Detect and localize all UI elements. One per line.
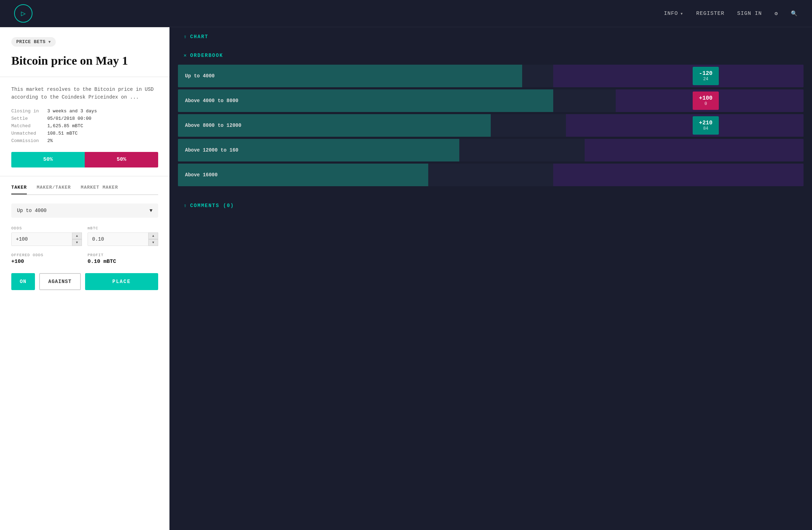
mbtc-label: mBTC	[88, 226, 158, 230]
unmatched-label: Unmatched	[11, 131, 39, 136]
outcome-select-row: Up to 4000 ▼	[11, 204, 158, 218]
order-badge-wrap: +1000	[693, 92, 719, 110]
logo-icon: ▷	[21, 9, 25, 18]
profit-group: PROFIT 0.10 mBTC	[88, 253, 158, 265]
market-header: PRICE BETS ▼ Bitcoin price on May 1	[0, 27, 169, 77]
comments-toggle-icon: ⇧	[184, 202, 186, 208]
order-badge-wrap: -12024	[693, 67, 719, 85]
market-title: Bitcoin price on May 1	[11, 54, 158, 68]
mbtc-input[interactable]	[88, 232, 158, 246]
order-label: Up to 4000	[178, 73, 277, 79]
market-info-section: This market resolves to the Bitcoin pric…	[0, 77, 169, 176]
offered-odds-group: OFFERED ODDS +100	[11, 253, 82, 265]
order-badge[interactable]: +1000	[693, 92, 719, 110]
matched-value: 1,625.85 mBTC	[47, 123, 158, 129]
progress-yes: 50%	[11, 152, 85, 167]
mbtc-input-wrap: ▲ ▼	[88, 232, 158, 246]
comments-section-title: COMMENTS (0)	[190, 203, 234, 208]
odds-label: ODDS	[11, 226, 82, 230]
matched-label: Matched	[11, 123, 39, 129]
action-row: ON AGAINST PLACE	[11, 273, 158, 290]
orderbook-toggle-icon: ✕	[184, 52, 186, 58]
orderbook-section-title: ORDERBOOK	[190, 53, 223, 58]
settle-value: 05/01/2018 00:00	[47, 116, 158, 121]
logo[interactable]: ▷	[14, 4, 32, 23]
navbar: ▷ INFO ▾ REGISTER SIGN IN ⚙ 🔍	[0, 0, 812, 27]
comments-section-header[interactable]: ⇧ COMMENTS (0)	[169, 197, 812, 214]
chevron-down-icon: ▼	[150, 208, 153, 213]
main-layout: PRICE BETS ▼ Bitcoin price on May 1 This…	[0, 27, 812, 530]
odds-field-group: ODDS ▲ ▼	[11, 226, 82, 246]
against-button[interactable]: AGAINST	[39, 273, 81, 290]
chart-section-title: CHART	[190, 34, 208, 40]
nav-register[interactable]: REGISTER	[696, 11, 724, 17]
on-button[interactable]: ON	[11, 273, 35, 290]
profit-label: PROFIT	[88, 253, 158, 257]
place-button[interactable]: PLACE	[85, 273, 158, 290]
offered-odds-label: OFFERED ODDS	[11, 253, 82, 257]
right-panel: ⇧ CHART ✕ ORDERBOOK Up to 4000-12024Abov…	[169, 27, 812, 530]
tab-taker[interactable]: TAKER	[11, 185, 27, 194]
tab-maker-taker[interactable]: MAKER/TAKER	[37, 185, 71, 194]
price-bets-dropdown[interactable]: PRICE BETS ▼	[11, 37, 56, 47]
order-label: Above 16000	[178, 172, 277, 178]
outcome-select[interactable]: Up to 4000 ▼	[11, 204, 158, 218]
order-row[interactable]: Above 8000 to 12000+21084	[178, 114, 804, 137]
betting-form: TAKER MAKER/TAKER MARKET MAKER Up to 400…	[0, 176, 169, 530]
orderbook-section-header[interactable]: ✕ ORDERBOOK	[169, 46, 812, 65]
search-icon[interactable]: 🔍	[791, 10, 798, 17]
tab-market-maker[interactable]: MARKET MAKER	[81, 185, 118, 194]
nav-info[interactable]: INFO ▾	[664, 11, 683, 17]
progress-no: 50%	[85, 152, 158, 167]
odds-mbtc-row: ODDS ▲ ▼ mBTC ▲ ▼	[11, 226, 158, 246]
odds-stepper: ▲ ▼	[72, 232, 82, 246]
closing-value: 3 weeks and 3 days	[47, 108, 158, 114]
market-progress: 50% 50%	[11, 152, 158, 167]
navbar-right: INFO ▾ REGISTER SIGN IN ⚙ 🔍	[664, 10, 798, 17]
orderbook-container: Up to 4000-12024Above 4000 to 8000+1000A…	[169, 65, 812, 197]
tabs-row: TAKER MAKER/TAKER MARKET MAKER	[11, 185, 158, 195]
order-row[interactable]: Above 12000 to 160	[178, 139, 804, 161]
mbtc-stepper: ▲ ▼	[148, 232, 158, 246]
settle-label: Settle	[11, 116, 39, 121]
odds-input[interactable]	[11, 232, 82, 246]
nav-signin[interactable]: SIGN IN	[737, 11, 762, 17]
profit-value: 0.10 mBTC	[88, 259, 158, 265]
chevron-down-icon: ▼	[48, 40, 51, 44]
commission-label: Commission	[11, 138, 39, 143]
order-row[interactable]: Above 4000 to 8000+1000	[178, 89, 804, 112]
order-badge[interactable]: +21084	[693, 116, 719, 135]
chevron-down-icon: ▾	[680, 11, 683, 17]
settings-icon[interactable]: ⚙	[775, 10, 778, 17]
order-label: Above 4000 to 8000	[178, 98, 277, 104]
mbtc-field-group: mBTC ▲ ▼	[88, 226, 158, 246]
unmatched-value: 108.51 mBTC	[47, 131, 158, 136]
order-row[interactable]: Up to 4000-12024	[178, 65, 804, 87]
mbtc-down-button[interactable]: ▼	[148, 239, 158, 246]
offered-odds-value: +100	[11, 259, 82, 265]
odds-up-button[interactable]: ▲	[72, 232, 82, 239]
order-label: Above 12000 to 160	[178, 147, 277, 153]
offered-row: OFFERED ODDS +100 PROFIT 0.10 mBTC	[11, 253, 158, 265]
market-description: This market resolves to the Bitcoin pric…	[11, 86, 158, 101]
odds-down-button[interactable]: ▼	[72, 239, 82, 246]
chart-section-header[interactable]: ⇧ CHART	[169, 27, 812, 46]
chart-toggle-icon: ⇧	[184, 34, 186, 40]
left-panel: PRICE BETS ▼ Bitcoin price on May 1 This…	[0, 27, 169, 530]
order-label: Above 8000 to 12000	[178, 123, 277, 128]
closing-label: Closing in	[11, 108, 39, 114]
mbtc-up-button[interactable]: ▲	[148, 232, 158, 239]
commission-value: 2%	[47, 138, 158, 143]
odds-input-wrap: ▲ ▼	[11, 232, 82, 246]
order-badge[interactable]: -12024	[693, 67, 719, 85]
order-badge-wrap: +21084	[693, 116, 719, 135]
market-details: Closing in 3 weeks and 3 days Settle 05/…	[11, 108, 158, 143]
order-row[interactable]: Above 16000	[178, 164, 804, 186]
